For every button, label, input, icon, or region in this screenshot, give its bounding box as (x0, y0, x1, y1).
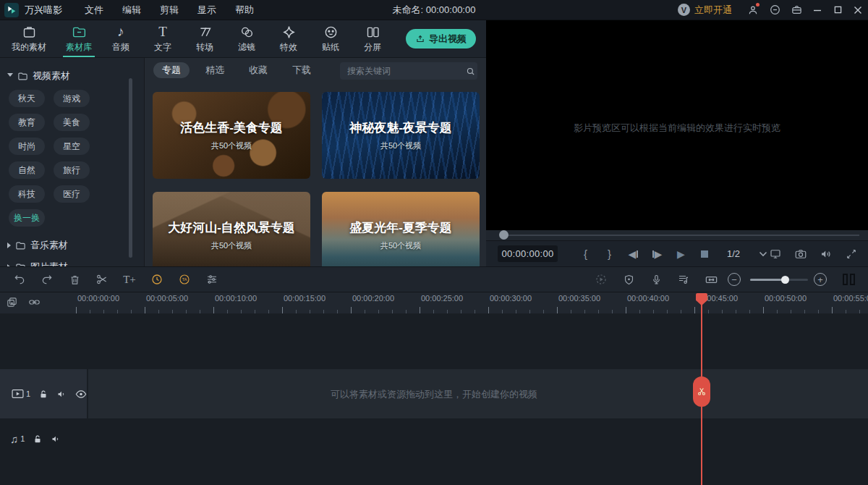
text-to-speech-button[interactable]: TA (177, 272, 192, 287)
close-button[interactable] (848, 0, 868, 20)
app-logo-icon (4, 3, 19, 17)
mute-track-icon[interactable] (51, 434, 61, 444)
search-icon[interactable] (464, 66, 477, 77)
adjust-mixer-button[interactable] (205, 272, 219, 287)
undo-button[interactable] (12, 272, 27, 287)
tag-education[interactable]: 教育 (9, 114, 45, 131)
tab-featured[interactable]: 精选 (197, 62, 233, 78)
timeline-area[interactable]: 1 可以将素材或资源拖动到这里，开始创建你的视频 ♫ 1 (0, 313, 868, 485)
lock-track-icon[interactable] (33, 434, 43, 444)
menu-view[interactable]: 显示 (188, 0, 226, 20)
nav-filter[interactable]: 滤镜 (226, 20, 268, 57)
seek-knob[interactable] (499, 230, 509, 240)
tag-nature[interactable]: 自然 (9, 161, 45, 179)
nav-media-library[interactable]: 素材库 (58, 20, 100, 57)
tab-favorites[interactable]: 收藏 (240, 62, 276, 78)
play-button[interactable]: ▶ (669, 245, 693, 263)
tag-starry[interactable]: 星空 (54, 138, 90, 155)
nav-effects[interactable]: 特效 (268, 20, 310, 57)
redo-button[interactable] (40, 272, 54, 287)
nav-stickers[interactable]: 贴纸 (310, 20, 352, 57)
tag-game[interactable]: 游戏 (54, 90, 90, 107)
link-clip-icon[interactable] (28, 296, 41, 308)
lock-track-icon[interactable] (38, 389, 48, 400)
hide-track-eye-icon[interactable] (75, 389, 87, 399)
tab-topics[interactable]: 专题 (153, 62, 190, 78)
volume-icon[interactable] (818, 245, 834, 263)
speed-clock-button[interactable] (150, 272, 164, 287)
mute-track-icon[interactable] (56, 389, 67, 400)
upgrade-link[interactable]: 立即开通 (694, 4, 732, 17)
sidebar-section-picture[interactable]: 图片素材 (0, 256, 144, 266)
minimize-button[interactable] (807, 0, 827, 20)
topic-card-food[interactable]: 活色生香-美食专题 共50个视频 (153, 92, 310, 179)
search-input[interactable] (340, 66, 464, 76)
playback-quality-dropdown[interactable]: 1/2 (727, 248, 767, 259)
nav-audio[interactable]: ♪ 音频 (100, 20, 142, 57)
maximize-button[interactable] (827, 0, 848, 20)
tag-medical[interactable]: 医疗 (54, 185, 90, 203)
nav-my-media[interactable]: 我的素材 (0, 20, 58, 57)
account-icon[interactable] (742, 0, 764, 20)
audio-track-header: ♫ 1 (0, 430, 61, 447)
marker-shield-button[interactable] (621, 272, 636, 287)
nav-transition[interactable]: 转场 (184, 20, 226, 57)
sidebar-section-music[interactable]: 音乐素材 (0, 235, 144, 256)
topic-card-nature[interactable]: 大好河山-自然风景专题 共50个视频 (153, 192, 310, 266)
delete-button[interactable] (67, 272, 82, 287)
nav-split-screen[interactable]: 分屏 (352, 20, 393, 57)
voiceover-mic-button[interactable] (649, 272, 663, 287)
preview-timecode: 00:00:00:00 (498, 245, 558, 262)
video-track-body[interactable] (88, 369, 868, 418)
mark-in-button[interactable]: { (574, 245, 597, 263)
render-preview-button[interactable] (594, 272, 608, 287)
fullscreen-icon[interactable] (843, 245, 859, 263)
duplicate-clip-icon[interactable] (6, 296, 18, 308)
refresh-tags-button[interactable]: 换一换 (9, 209, 45, 227)
topic-card-night[interactable]: 神秘夜魅-夜景专题 共50个视频 (322, 92, 480, 179)
split-scissors-button[interactable] (95, 272, 109, 287)
previous-frame-button[interactable]: ◀ (621, 245, 645, 263)
timeline-ruler[interactable]: 00:00:00:00 00:00:05:00 00:00:10:00 00:0… (0, 292, 868, 313)
zoom-out-button[interactable]: − (728, 273, 741, 286)
search-box[interactable] (340, 62, 477, 80)
sidebar-section-video[interactable]: 视频素材 (0, 65, 144, 87)
tag-autumn[interactable]: 秋天 (9, 90, 45, 107)
text-tool-icon: T (158, 24, 167, 40)
folder-icon (72, 24, 87, 40)
feedback-icon[interactable] (764, 0, 786, 20)
preview-seek-bar[interactable] (486, 230, 868, 240)
add-text-button[interactable]: T+ (122, 272, 137, 287)
tag-fashion[interactable]: 时尚 (9, 138, 45, 155)
mark-out-button[interactable]: } (597, 245, 621, 263)
snapshot-camera-icon[interactable] (793, 245, 809, 263)
toolbox-icon[interactable] (786, 0, 807, 20)
menu-clip[interactable]: 剪辑 (150, 0, 188, 20)
dual-panel-icon[interactable] (843, 272, 855, 287)
sidebar-scrollbar[interactable] (129, 78, 132, 258)
topic-card-summer[interactable]: 盛夏光年-夏季专题 共50个视频 (322, 192, 480, 266)
svg-text:TA: TA (182, 277, 187, 282)
ruler-scale[interactable]: 00:00:00:00 00:00:05:00 00:00:10:00 00:0… (76, 292, 868, 313)
menu-file[interactable]: 文件 (75, 0, 113, 20)
audio-list-button[interactable] (676, 272, 691, 287)
menu-edit[interactable]: 编辑 (113, 0, 150, 20)
zoom-slider-knob[interactable] (781, 276, 789, 284)
playhead-cut-button[interactable] (693, 376, 710, 407)
tag-travel[interactable]: 旅行 (54, 161, 90, 179)
tab-downloads[interactable]: 下载 (284, 62, 320, 78)
stop-button[interactable] (693, 245, 717, 263)
tag-food[interactable]: 美食 (54, 114, 90, 131)
fit-timeline-button[interactable] (704, 272, 718, 287)
display-device-icon[interactable] (767, 245, 783, 263)
seek-track[interactable] (502, 235, 859, 236)
timeline-zoom-slider[interactable] (750, 279, 808, 281)
menu-help[interactable]: 帮助 (226, 0, 263, 20)
notification-dot (756, 3, 760, 7)
nav-text[interactable]: T 文字 (142, 20, 184, 57)
next-frame-button[interactable]: ▶ (645, 245, 669, 263)
zoom-in-button[interactable]: + (814, 273, 827, 286)
export-video-button[interactable]: 导出视频 (406, 29, 476, 48)
tag-tech[interactable]: 科技 (9, 185, 45, 203)
library-sidebar: 视频素材 秋天 游戏 教育 美食 时尚 星空 (0, 58, 145, 266)
